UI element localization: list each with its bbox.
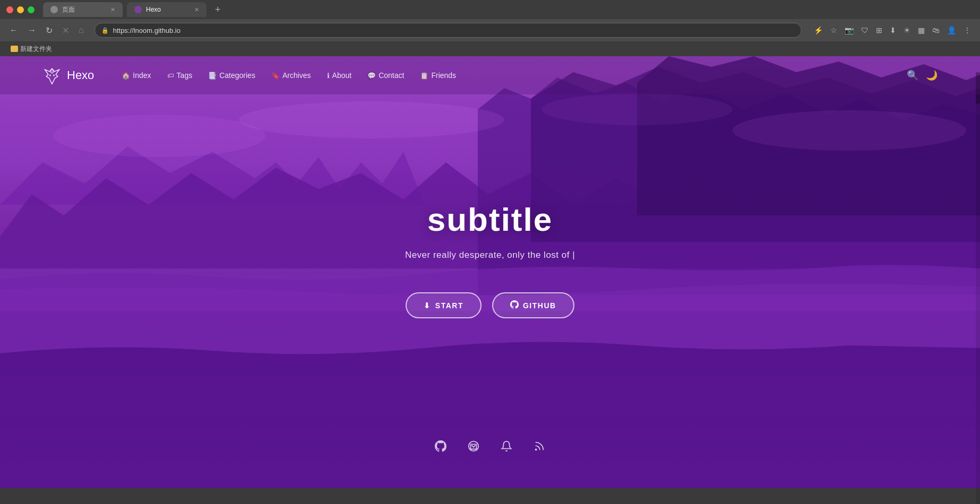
hero-subtitle: Never really desperate, only the lost of… <box>405 250 575 260</box>
toolbar: ← → ↻ ✕ ⌂ 🔒 https://lnoom.github.io ⚡ ☆ … <box>0 19 980 41</box>
svg-point-10 <box>536 449 537 450</box>
tiles-icon[interactable]: ▦ <box>915 24 927 36</box>
nav-categories-label: Categories <box>219 71 255 80</box>
svg-point-7 <box>53 74 55 76</box>
github-icon <box>510 300 519 310</box>
start-button[interactable]: ⬇ START <box>406 292 482 318</box>
nav-archives[interactable]: 🔖 Archives <box>265 68 317 83</box>
nav-tags-label: Tags <box>177 71 193 80</box>
start-btn-label: START <box>435 301 463 310</box>
search-button[interactable]: 🔍 <box>907 69 918 81</box>
maximize-button[interactable] <box>28 6 35 13</box>
site-logo[interactable]: Hexo <box>42 66 94 85</box>
toolbar-icons: ⚡ ☆ 📷 🛡 ⊞ ⬇ ☀ ▦ 🛍 👤 ⋮ <box>811 24 974 36</box>
close-button[interactable] <box>6 6 13 13</box>
home-button[interactable]: ⌂ <box>75 23 87 37</box>
about-nav-icon: ℹ <box>327 72 330 80</box>
tags-nav-icon: 🏷 <box>167 72 174 80</box>
browser-chrome: 页面 ✕ Hexo ✕ + ← → ↻ ✕ ⌂ 🔒 https://lnoom.… <box>0 0 980 56</box>
screenshot-icon[interactable]: 📷 <box>842 24 856 36</box>
nav-archives-label: Archives <box>282 71 311 80</box>
lock-icon: 🔒 <box>101 27 109 34</box>
archives-nav-icon: 🔖 <box>271 72 280 80</box>
nav-about[interactable]: ℹ About <box>321 68 358 83</box>
site-nav: 🏠 Index 🏷 Tags 📑 Categories 🔖 Archives ℹ… <box>115 68 907 83</box>
svg-point-6 <box>49 74 51 76</box>
bookmarks-bar: 新建文件夹 <box>0 41 980 56</box>
github-btn-label: GITHUB <box>523 301 556 310</box>
profile-icon[interactable]: 👤 <box>944 24 959 36</box>
theme-toggle-button[interactable]: 🌙 <box>926 69 938 81</box>
tab-1[interactable]: 页面 ✕ <box>43 2 123 17</box>
nav-tags[interactable]: 🏷 Tags <box>161 68 199 83</box>
nav-index[interactable]: 🏠 Index <box>115 68 157 83</box>
tab-title-2: Hexo <box>146 6 161 13</box>
extensions-icon[interactable]: ⚡ <box>811 24 826 36</box>
nav-about-label: About <box>332 71 352 80</box>
shield-icon[interactable]: 🛡 <box>858 24 871 36</box>
menu-button[interactable]: ⋮ <box>961 24 974 36</box>
svg-point-8 <box>469 441 478 451</box>
bookmark-folder[interactable]: 新建文件夹 <box>6 44 56 55</box>
contact-nav-icon: 💬 <box>367 72 376 80</box>
hero-content: subtitle Never really desperate, only th… <box>0 94 980 424</box>
sun-icon[interactable]: ☀ <box>901 24 913 36</box>
nav-contact-label: Contact <box>379 71 404 80</box>
grid-icon[interactable]: ⊞ <box>873 24 885 36</box>
tab-2[interactable]: Hexo ✕ <box>127 2 207 17</box>
nav-friends[interactable]: 📋 Friends <box>414 68 462 83</box>
email-footer-icon[interactable] <box>468 440 479 455</box>
tab-favicon-1 <box>50 6 58 13</box>
nav-contact[interactable]: 💬 Contact <box>361 68 410 83</box>
folder-icon <box>11 46 18 52</box>
github-footer-icon[interactable] <box>435 440 446 455</box>
tab-title-1: 页面 <box>62 5 75 14</box>
stop-button[interactable]: ✕ <box>59 23 72 38</box>
footer-icons <box>0 424 980 471</box>
categories-nav-icon: 📑 <box>208 72 217 80</box>
start-arrow-icon: ⬇ <box>424 301 431 310</box>
hero-buttons: ⬇ START GITHUB <box>406 292 574 318</box>
website: Hexo 🏠 Index 🏷 Tags 📑 Categories 🔖 Archi… <box>0 56 980 488</box>
traffic-lights <box>6 6 35 13</box>
hero-title: subtitle <box>427 201 553 238</box>
download-icon[interactable]: ⬇ <box>887 24 899 36</box>
url-text: https://lnoom.github.io <box>113 27 180 34</box>
home-nav-icon: 🏠 <box>122 72 130 80</box>
site-header: Hexo 🏠 Index 🏷 Tags 📑 Categories 🔖 Archi… <box>0 56 980 94</box>
nav-categories[interactable]: 📑 Categories <box>202 68 262 83</box>
bookmark-label: 新建文件夹 <box>20 45 52 54</box>
title-bar: 页面 ✕ Hexo ✕ + <box>0 0 980 19</box>
logo-text: Hexo <box>67 68 94 82</box>
forward-button[interactable]: → <box>24 23 39 37</box>
tab-favicon-2 <box>134 6 142 13</box>
logo-fox-icon <box>42 66 62 85</box>
tab-close-2[interactable]: ✕ <box>194 6 199 13</box>
nav-friends-label: Friends <box>431 71 456 80</box>
nav-index-label: Index <box>133 71 151 80</box>
address-bar[interactable]: 🔒 https://lnoom.github.io <box>94 23 802 38</box>
friends-nav-icon: 📋 <box>420 72 428 80</box>
bag-icon[interactable]: 🛍 <box>930 24 942 36</box>
github-button[interactable]: GITHUB <box>492 292 574 318</box>
rss-footer-icon[interactable] <box>534 440 545 455</box>
back-button[interactable]: ← <box>6 23 21 37</box>
refresh-button[interactable]: ↻ <box>42 23 56 38</box>
new-tab-button[interactable]: + <box>211 4 225 15</box>
minimize-button[interactable] <box>17 6 24 13</box>
tab-close-1[interactable]: ✕ <box>110 6 115 13</box>
star-icon[interactable]: ☆ <box>828 24 840 36</box>
nav-right: 🔍 🌙 <box>907 69 938 81</box>
bell-footer-icon[interactable] <box>501 440 512 455</box>
